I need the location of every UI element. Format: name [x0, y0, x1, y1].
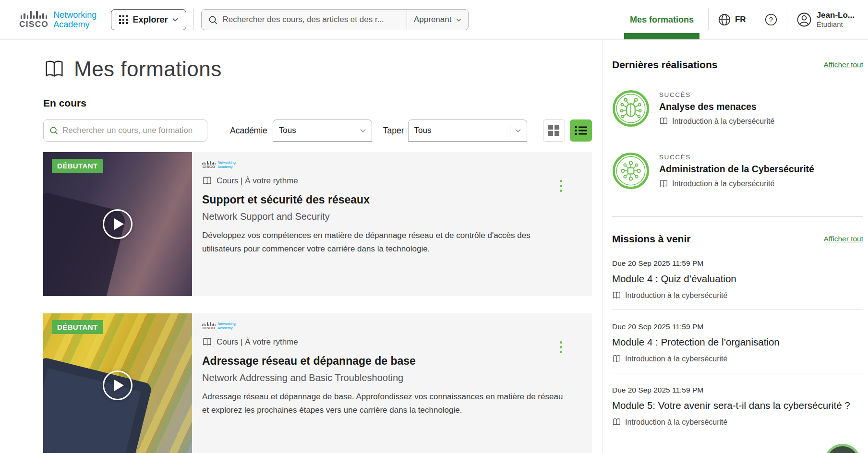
course-subtitle: Network Support and Security: [202, 211, 580, 222]
global-search-input[interactable]: [222, 15, 407, 24]
type-label: Taper: [383, 126, 404, 136]
assignment-item[interactable]: Due 20 Sep 2025 11:59 PM Module 4 : Prot…: [612, 322, 863, 363]
course-description: Adressage réseau et dépannage de base. A…: [202, 390, 567, 417]
search-scope-select[interactable]: Apprenant: [407, 10, 468, 30]
type-value: Tous: [414, 126, 510, 135]
active-tab-indicator: [624, 33, 699, 39]
bug-badge-icon: [612, 90, 650, 127]
course-meta: Cours | À votre rythme: [217, 176, 298, 186]
course-meta: Cours | À votre rythme: [217, 337, 298, 347]
list-view-icon: [575, 126, 587, 135]
chevron-down-icon: [456, 18, 461, 22]
course-card[interactable]: DÉBUTANT CISCO NetworkingAcademy Cours |…: [43, 313, 592, 453]
search-icon: [208, 15, 217, 24]
svg-text:?: ?: [769, 15, 772, 24]
course-thumbnail: DÉBUTANT: [43, 152, 192, 296]
kebab-menu-button[interactable]: [558, 178, 564, 194]
achievement-item[interactable]: SUCCÈS Analyse des menaces Introduction …: [612, 90, 863, 127]
user-role: Étudiant: [817, 20, 855, 29]
top-header: CISCO Networking Academy Explorer Appren…: [0, 0, 868, 40]
grid-icon: [119, 15, 128, 24]
network-badge-icon: [612, 152, 650, 190]
divider: [510, 124, 510, 137]
course-title[interactable]: Adressage réseau et dépannage de base: [202, 355, 580, 368]
course-description: Développez vos compétences en matière de…: [202, 229, 567, 256]
explorer-button[interactable]: Explorer: [111, 9, 186, 30]
help-button[interactable]: ?: [764, 12, 778, 27]
language-selector[interactable]: FR: [717, 12, 746, 27]
nav-mes-formations[interactable]: Mes formations: [624, 0, 699, 39]
divider: [355, 124, 355, 137]
divider: [612, 373, 863, 373]
due-date: Due 20 Sep 2025 11:59 PM: [612, 386, 863, 394]
assignment-item[interactable]: Due 20 Sep 2025 11:59 PM Module 5: Votre…: [612, 386, 863, 427]
user-name: Jean-Lo...: [817, 11, 855, 20]
due-date: Due 20 Sep 2025 11:59 PM: [612, 322, 863, 331]
divider: [193, 9, 194, 30]
main-content: Mes formations En cours Académie Tous Ta…: [0, 40, 603, 453]
section-title: En cours: [43, 97, 592, 109]
achievement-course-link[interactable]: Introduction à la cybersécurité: [659, 179, 814, 188]
cisco-bars-icon: [21, 11, 48, 19]
divider: [755, 9, 755, 30]
divider: [708, 9, 709, 30]
cisco-netacad-logo: CISCO NetworkingAcademy: [202, 161, 580, 169]
assignment-course-link[interactable]: Introduction à la cybersécurité: [612, 417, 863, 427]
cisco-bars-icon: [202, 322, 216, 326]
achievements-view-all-link[interactable]: Afficher tout: [824, 60, 863, 69]
achievement-course-link[interactable]: Introduction à la cybersécurité: [659, 117, 774, 126]
explorer-label: Explorer: [133, 15, 168, 25]
achievement-status: SUCCÈS: [659, 91, 774, 98]
grid-view-button[interactable]: [543, 119, 565, 142]
user-menu[interactable]: Jean-Lo... Étudiant: [796, 11, 855, 29]
kebab-menu-button[interactable]: [558, 339, 564, 355]
nav-mes-formations-label: Mes formations: [630, 15, 694, 25]
assignment-course-link[interactable]: Introduction à la cybersécurité: [612, 354, 863, 363]
achievements-title: Dernières réalisations: [612, 59, 717, 71]
divider: [787, 9, 787, 30]
cisco-netacad-logo[interactable]: CISCO Networking Academy: [19, 10, 96, 29]
academy-select[interactable]: Tous: [273, 119, 372, 142]
page-title: Mes formations: [74, 57, 222, 81]
language-code: FR: [735, 15, 746, 24]
play-button[interactable]: [103, 370, 133, 400]
course-thumbnail: DÉBUTANT: [43, 313, 192, 453]
achievement-item[interactable]: SUCCÈS Administration de la Cybersécurit…: [612, 152, 863, 190]
academy-label: Académie: [230, 126, 267, 136]
book-icon: [202, 176, 212, 186]
cisco-wordmark: CISCO: [19, 20, 48, 28]
book-icon: [659, 117, 668, 126]
assignments-view-all-link[interactable]: Afficher tout: [824, 235, 863, 243]
right-sidebar: Dernières réalisations Afficher tout: [603, 40, 868, 453]
achievement-title: Analyse des menaces: [659, 101, 774, 112]
cisco-netacad-logo: CISCO NetworkingAcademy: [202, 322, 580, 330]
type-select[interactable]: Tous: [408, 119, 527, 142]
book-icon: [659, 179, 668, 188]
assignment-title[interactable]: Module 4 : Quiz d’évaluation: [612, 273, 863, 285]
course-search: [43, 119, 207, 142]
course-search-input[interactable]: [62, 126, 207, 135]
chevron-down-icon: [515, 129, 521, 132]
play-button[interactable]: [103, 209, 133, 239]
assignment-course-link[interactable]: Introduction à la cybersécurité: [612, 291, 863, 300]
assignment-title[interactable]: Module 5: Votre avenir sera-t-il dans la…: [612, 400, 863, 411]
book-icon: [43, 58, 65, 80]
chevron-down-icon: [172, 18, 178, 22]
list-view-button[interactable]: [570, 119, 592, 142]
assignment-title[interactable]: Module 4 : Protection de l’organisation: [612, 336, 863, 348]
course-title[interactable]: Support et sécurité des réseaux: [202, 193, 580, 206]
help-icon: ?: [764, 12, 778, 27]
book-icon: [202, 337, 212, 347]
assignment-item[interactable]: Due 20 Sep 2025 11:59 PM Module 4 : Quiz…: [612, 259, 863, 300]
due-date: Due 20 Sep 2025 11:59 PM: [612, 259, 863, 268]
divider: [612, 310, 863, 310]
divider: [612, 216, 863, 217]
search-scope-value: Apprenant: [414, 15, 451, 24]
globe-icon: [717, 12, 732, 27]
book-icon: [612, 291, 621, 300]
achievement-title: Administration de la Cybersécurité: [659, 164, 814, 175]
book-icon: [612, 354, 621, 363]
course-card[interactable]: DÉBUTANT CISCO NetworkingAcademy Cours |…: [43, 152, 592, 296]
search-icon: [49, 126, 58, 135]
grid-view-icon: [548, 125, 560, 136]
